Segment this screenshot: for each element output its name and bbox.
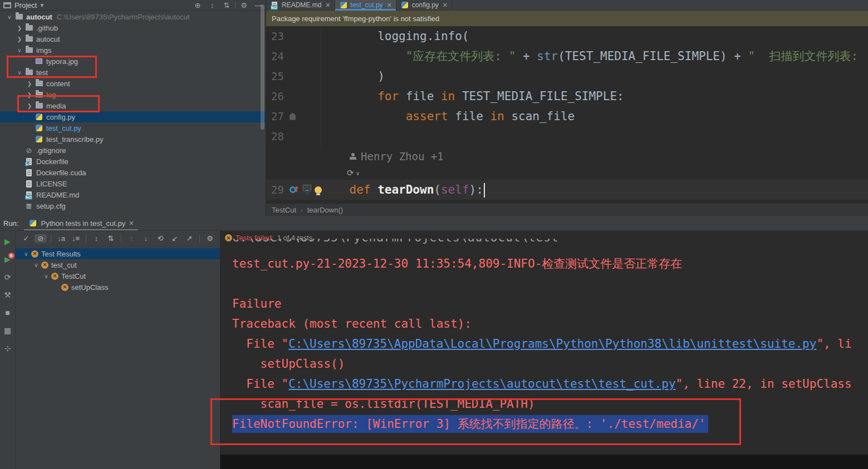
breadcrumb-class[interactable]: TestCut [272, 206, 296, 214]
chevron-icon: ∨ [31, 262, 41, 268]
code-text: "应存在文件列表: " + str(TEST_MEDIA_FILE_SIMPLE… [321, 46, 858, 66]
console-line[interactable]: File "C:\Users\89735\AppData\Local\Progr… [220, 334, 868, 354]
stack-trace-link[interactable]: C:\Users\89735\AppData\Local\Programs\Py… [288, 337, 816, 350]
tree-item-label: .github [36, 24, 58, 32]
tree-item-imgs[interactable]: ∨imgs [0, 45, 266, 56]
tree-item-test_cut-py[interactable]: test_cut.py [0, 122, 266, 134]
tab-README-md[interactable]: MDREADME.md✕ [266, 0, 335, 10]
code-line-25[interactable]: 25 ) [266, 66, 868, 86]
tree-item-README-md[interactable]: MDREADME.md [0, 189, 266, 200]
tree-item-config-py[interactable]: config.py [0, 111, 266, 122]
person-icon [350, 153, 356, 160]
docker-icon: D [24, 157, 33, 165]
tree-item--gitignore[interactable]: ⊘.gitignore [0, 145, 266, 156]
options-icon[interactable]: ⚙ [204, 234, 216, 243]
author-annotation[interactable]: Henry Zhou +1 [266, 146, 868, 166]
console-bottom-area [220, 455, 868, 469]
gutter: 23 [266, 26, 321, 46]
close-icon[interactable]: ✕ [129, 220, 134, 227]
layout-icon[interactable]: ▦ [3, 325, 13, 335]
tree-item-autocut[interactable]: ∨autocutC:\Users\89735\PycharmProjects\a… [0, 11, 266, 22]
gutter: 26 [266, 86, 321, 106]
expand-all-icon[interactable]: ↕ [205, 1, 219, 9]
intention-bulb-icon[interactable] [315, 186, 322, 194]
code-line-24[interactable]: 24 "应存在文件列表: " + str(TEST_MEDIA_FILE_SIM… [266, 46, 868, 66]
expand-all-icon[interactable]: ↕ [90, 234, 102, 243]
tree-item-LICENSE[interactable]: LICENSE [0, 178, 266, 189]
sort-alphabetically-icon[interactable]: ↓a [55, 234, 67, 243]
sort-by-duration-icon[interactable]: ↓≡ [70, 234, 82, 243]
breadcrumb-method[interactable]: tearDown() [307, 206, 343, 214]
test-node-TestCut[interactable]: ∨✕TestCut [16, 270, 220, 282]
test-node-test_cut[interactable]: ∨✕test_cut [16, 259, 220, 270]
chevron-icon: ∨ [21, 251, 31, 257]
console-clipped-line: C:\Users\89735\PycharmProjects\autocut\t… [232, 239, 559, 247]
tree-item-autocut[interactable]: ❯autocut [0, 33, 266, 45]
run-side-toolbar: ▶▶9⟳⚒■▦⊹ [0, 231, 16, 469]
rerun-icon[interactable]: ▶ [3, 236, 13, 246]
doc-icon [24, 169, 33, 176]
project-panel-title[interactable]: Project [14, 1, 37, 9]
test-history-icon[interactable]: ⟲ [154, 234, 166, 243]
export-results-icon[interactable]: ↗ [183, 234, 195, 243]
close-icon[interactable]: ✕ [387, 2, 392, 9]
tree-item-label: LICENSE [36, 180, 67, 188]
chevron-icon: ∨ [14, 47, 24, 53]
previous-failed-icon[interactable]: ↑ [125, 234, 138, 243]
code-line-23[interactable]: 23 logging.info( [266, 26, 868, 46]
project-scrollbar[interactable] [261, 4, 264, 130]
collapse-all-icon[interactable]: ⇅ [219, 1, 234, 9]
refresh-icon[interactable]: ⟳ [3, 272, 13, 282]
tab-test_cut-py[interactable]: test_cut.py✕ [335, 0, 396, 10]
test-failed-icon: ✕ [31, 250, 38, 258]
collapse-all-icon[interactable]: ⇅ [105, 234, 117, 243]
tab-config-py[interactable]: config.py✕ [396, 0, 452, 10]
pin-icon[interactable]: ⊹ [3, 343, 13, 353]
test-toolbar: ✓⊘↓a↓≡↕⇅↑↓⟲↙↗⚙ [16, 231, 220, 246]
fold-marker-icon[interactable]: – [303, 185, 311, 195]
tree-item-content[interactable]: ❯content [0, 78, 266, 89]
run-tab[interactable]: Python tests in test_cut.py ✕ [24, 216, 138, 230]
line-number: 28 [266, 130, 284, 142]
python-icon [28, 219, 37, 227]
close-icon[interactable]: ✕ [443, 2, 448, 9]
tree-item-test_transcribe-py[interactable]: test_transcribe.py [0, 134, 266, 145]
run-failed-test-icon[interactable]: ↑ [290, 184, 300, 195]
settings-icon[interactable]: ⚙ [237, 1, 251, 9]
tree-item-setup-cfg[interactable]: ≣setup.cfg [0, 200, 266, 211]
commit-marker[interactable]: ⟳∨ [266, 166, 868, 180]
show-ignored-icon[interactable]: ⊘ [35, 234, 47, 243]
stack-trace-link[interactable]: C:\Users\89735\PycharmProjects\autocut\t… [288, 377, 675, 391]
chevron-down-icon[interactable]: ▼ [39, 2, 45, 8]
test-node-setUpClass[interactable]: ✕setUpClass [16, 282, 220, 293]
import-results-icon[interactable]: ↙ [169, 234, 181, 243]
locate-icon[interactable]: ⊕ [190, 1, 205, 9]
rerun-failed-icon[interactable]: ▶9 [3, 254, 13, 264]
tree-item--github[interactable]: ❯.github [0, 22, 266, 33]
next-failed-icon[interactable]: ↓ [140, 234, 152, 243]
stop-icon[interactable]: ■ [3, 308, 13, 318]
tree-item-label: autocut [36, 35, 60, 43]
console-line: test_cut.py-21-2023-12-30 11:35:54,809-I… [220, 254, 868, 274]
test-node-Test-Results[interactable]: ∨✕Test Results [16, 248, 220, 259]
toolbar-separator [121, 235, 121, 243]
show-passed-icon[interactable]: ✓ [20, 234, 32, 243]
code-line-27[interactable]: 27 assert file in scan_file [266, 106, 868, 126]
code-text: for file in TEST_MEDIA_FILE_SIMPLE: [321, 86, 624, 106]
close-icon[interactable]: ✕ [325, 2, 330, 9]
annotation-red-box-test-folder [7, 56, 97, 78]
console-line[interactable]: File "C:\Users\89735\PycharmProjects\aut… [220, 374, 868, 394]
code-line-28[interactable]: 28 [266, 126, 868, 146]
tree-item-Dockerfile-cuda[interactable]: Dockerfile.cuda [0, 167, 266, 178]
bookmark-icon [290, 113, 296, 120]
tree-item-label: README.md [36, 191, 79, 199]
code-line-29[interactable]: 29↑– def tearDown(self): [266, 180, 868, 200]
tree-item-Dockerfile[interactable]: DDockerfile [0, 156, 266, 167]
code-text: assert file in scan_file [321, 106, 575, 126]
folder-icon [35, 80, 43, 87]
code-line-26[interactable]: 26 for file in TEST_MEDIA_FILE_SIMPLE: [266, 86, 868, 106]
wrench-icon[interactable]: ⚒ [3, 290, 13, 300]
code-editor[interactable]: 23 logging.info(24 "应存在文件列表: " + str(TES… [266, 26, 868, 203]
run-label: Run: [3, 219, 18, 228]
project-root-path: C:\Users\89735\PycharmProjects\autocut [57, 13, 189, 21]
